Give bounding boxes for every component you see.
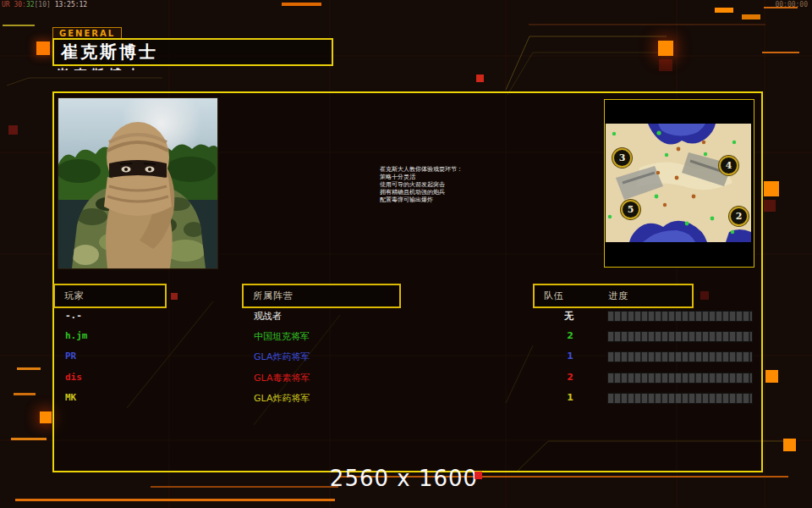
resolution-caption: 2560 x 1600 <box>317 466 491 491</box>
player-team: 2 <box>533 372 573 383</box>
status-segment: [10] <box>35 1 55 8</box>
briefing-line: 拥有精确且机动强的炮兵 <box>380 189 507 196</box>
decor-bar <box>3 25 35 26</box>
status-readout: UR 30:32[10] 13:25:12 <box>2 1 87 8</box>
player-faction: GLA毒素将军 <box>254 372 310 384</box>
decor-square <box>659 59 672 71</box>
faction-header-label: 所属阵营 <box>244 290 294 302</box>
player-row: -.- 观战者 无 <box>53 310 760 329</box>
load-progress-bar <box>607 373 753 384</box>
decor-bar <box>282 3 321 6</box>
decor-square <box>8 125 18 135</box>
column-header-player: 玩家 <box>53 284 167 308</box>
decor-bar <box>762 52 799 53</box>
player-name: MK <box>65 392 76 403</box>
column-header-faction: 所属阵营 <box>242 284 401 308</box>
status-segment: 13:25:12 <box>55 1 88 8</box>
decor-square <box>40 411 52 423</box>
general-title-box: 崔克斯博士 <box>52 38 333 66</box>
general-briefing: 崔克斯大人教你体验戏耍环节： 策略十分灵活 使用可导的火箭发起突击 拥有精确且机… <box>380 166 507 204</box>
loading-screen: UR 30:32[10] 13:25:12 00:00:00 GENERAL 崔… <box>0 0 812 508</box>
player-row: MK GLA炸药将军 1 <box>53 392 760 411</box>
briefing-line: 使用可导的火箭发起突击 <box>380 181 507 189</box>
player-team: 1 <box>533 392 573 403</box>
player-row: h.jm 中国坦克将军 2 <box>53 330 760 349</box>
briefing-line: 崔克斯大人教你体验戏耍环节： <box>380 166 507 174</box>
player-name: PR <box>65 351 76 362</box>
portrait-art <box>58 98 217 268</box>
player-team: 无 <box>533 310 573 323</box>
game-timer: 00:00:00 <box>775 1 808 8</box>
player-faction: 观战者 <box>254 310 282 323</box>
player-team: 2 <box>533 330 573 341</box>
start-position-marker: 5 <box>621 200 640 219</box>
player-name: h.jm <box>65 330 88 341</box>
load-progress-bar <box>607 331 753 342</box>
decor-square <box>764 200 776 212</box>
status-segment: UR 30: <box>2 1 26 8</box>
start-position-marker: 2 <box>729 207 749 226</box>
briefing-line: 策略十分灵活 <box>380 174 507 181</box>
status-segment: 32 <box>26 1 35 8</box>
decor-square <box>765 370 778 383</box>
player-name: -.- <box>65 310 82 321</box>
decor-bar <box>11 438 47 440</box>
decor-square <box>476 75 484 82</box>
general-name: 崔克斯博士 <box>54 41 158 64</box>
decor-bar <box>151 486 338 488</box>
decor-square <box>764 181 779 196</box>
start-position-marker: 3 <box>612 148 632 168</box>
player-row: dis GLA毒素将军 2 <box>53 372 760 390</box>
briefing-line: 配置毒弹可输出爆炸 <box>380 196 507 204</box>
player-name: dis <box>65 372 82 383</box>
map-image <box>606 124 751 242</box>
load-progress-bar <box>607 311 753 322</box>
column-header-team-progress: 队伍 进度 <box>533 284 694 308</box>
decor-bar <box>742 14 760 19</box>
player-team: 1 <box>533 351 573 362</box>
decor-bar <box>14 393 36 395</box>
decor-bar <box>715 8 733 13</box>
progress-header-label: 进度 <box>608 290 628 302</box>
load-progress-bar <box>607 393 753 404</box>
decor-bar <box>17 367 41 370</box>
general-portrait <box>58 97 218 269</box>
team-header-label: 队伍 <box>535 290 564 302</box>
player-faction: GLA炸药将军 <box>254 392 310 405</box>
decor-bar <box>15 499 335 501</box>
start-position-marker: 4 <box>719 156 738 175</box>
player-header-label: 玩家 <box>55 290 85 302</box>
map-preview: 3 4 5 2 <box>604 99 754 268</box>
load-progress-bar <box>607 351 753 362</box>
player-row: PR GLA炸药将军 1 <box>53 351 760 369</box>
decor-square <box>475 472 482 479</box>
decor-square <box>36 41 50 55</box>
decor-square <box>783 439 796 451</box>
player-faction: GLA炸药将军 <box>254 351 310 363</box>
player-faction: 中国坦克将军 <box>254 330 310 343</box>
decor-square <box>658 41 673 56</box>
clipped-subtitle: 崔克斯博士 <box>56 67 208 70</box>
